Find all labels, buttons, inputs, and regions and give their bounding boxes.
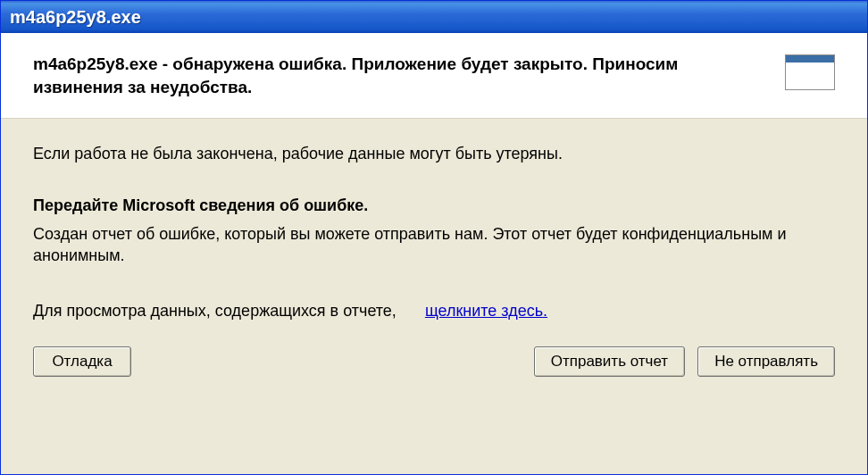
application-window-icon [785,54,835,90]
error-dialog-window: m4a6p25y8.exe m4a6p25y8.exe - обнаружена… [0,0,868,475]
view-report-link[interactable]: щелкните здесь. [425,302,547,321]
buttons-row: Отладка Отправить отчет Не отправлять [33,346,835,377]
report-heading: Передайте Microsoft сведения об ошибке. [33,196,835,216]
debug-button[interactable]: Отладка [33,346,131,377]
header-section: m4a6p25y8.exe - обнаружена ошибка. Прило… [1,33,867,119]
buttons-right: Отправить отчет Не отправлять [534,346,835,377]
view-report-row: Для просмотра данных, содержащихся в отч… [33,301,835,321]
titlebar[interactable]: m4a6p25y8.exe [1,1,867,33]
view-report-label: Для просмотра данных, содержащихся в отч… [33,301,396,321]
data-loss-warning: Если работа не была закончена, рабочие д… [33,144,835,164]
report-description: Создан отчет об ошибке, который вы может… [33,223,835,267]
dont-send-button[interactable]: Не отправлять [697,346,835,377]
buttons-left: Отладка [33,346,131,377]
window-title: m4a6p25y8.exe [10,7,141,28]
body-section: Если работа не была закончена, рабочие д… [1,119,867,474]
error-heading: m4a6p25y8.exe - обнаружена ошибка. Прило… [33,53,785,98]
send-report-button[interactable]: Отправить отчет [534,346,685,377]
